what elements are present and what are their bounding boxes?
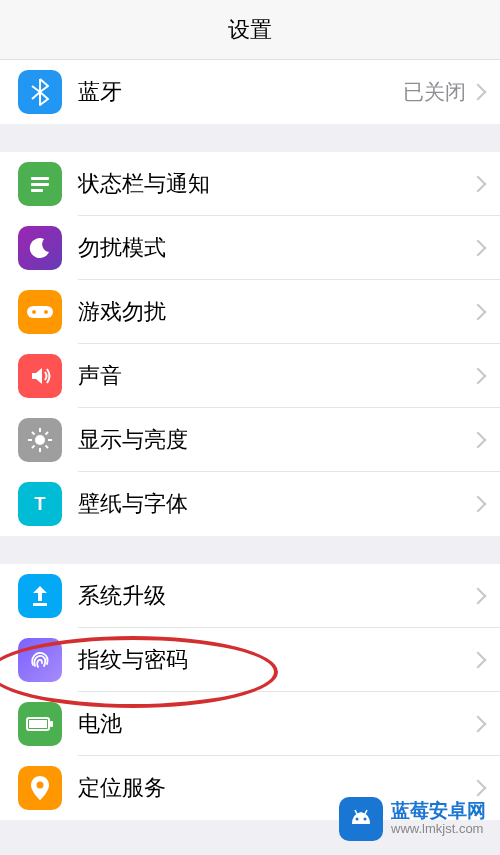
chevron-right-icon: [470, 588, 487, 605]
watermark-url: www.lmkjst.com: [391, 822, 486, 836]
row-label: 蓝牙: [78, 77, 403, 107]
section-connectivity: 蓝牙 已关闭: [0, 60, 500, 124]
chevron-right-icon: [470, 496, 487, 513]
svg-line-14: [46, 432, 49, 435]
row-label: 显示与亮度: [78, 425, 472, 455]
svg-point-5: [44, 310, 48, 314]
brightness-icon: [18, 418, 62, 462]
svg-point-22: [364, 818, 367, 821]
row-label: 电池: [78, 709, 472, 739]
settings-header: 设置: [0, 0, 500, 60]
svg-rect-19: [50, 721, 53, 727]
row-game-dnd[interactable]: 游戏勿扰: [0, 280, 500, 344]
battery-icon: [18, 702, 62, 746]
svg-rect-3: [27, 306, 53, 318]
chevron-right-icon: [470, 176, 487, 193]
section-display-sound: 状态栏与通知 勿扰模式 游戏勿扰 声音 显示与亮度 T 壁纸与字体: [0, 152, 500, 536]
bluetooth-icon: [18, 70, 62, 114]
row-label: 壁纸与字体: [78, 489, 472, 519]
row-label: 系统升级: [78, 581, 472, 611]
statusbar-icon: [18, 162, 62, 206]
svg-rect-1: [31, 183, 49, 186]
chevron-right-icon: [470, 304, 487, 321]
gamepad-icon: [18, 290, 62, 334]
row-sound[interactable]: 声音: [0, 344, 500, 408]
row-value: 已关闭: [403, 78, 466, 106]
svg-point-6: [35, 435, 45, 445]
svg-point-21: [356, 818, 359, 821]
moon-icon: [18, 226, 62, 270]
row-status-notification[interactable]: 状态栏与通知: [0, 152, 500, 216]
svg-rect-16: [33, 603, 47, 606]
row-label: 状态栏与通知: [78, 169, 472, 199]
watermark: 蓝莓安卓网 www.lmkjst.com: [339, 797, 486, 841]
svg-line-23: [355, 810, 357, 814]
row-battery[interactable]: 电池: [0, 692, 500, 756]
chevron-right-icon: [470, 652, 487, 669]
chevron-right-icon: [470, 368, 487, 385]
watermark-title: 蓝莓安卓网: [391, 801, 486, 822]
row-bluetooth[interactable]: 蓝牙 已关闭: [0, 60, 500, 124]
speaker-icon: [18, 354, 62, 398]
row-fingerprint-password[interactable]: 指纹与密码: [0, 628, 500, 692]
svg-rect-18: [29, 720, 47, 728]
row-label: 指纹与密码: [78, 645, 472, 675]
location-icon: [18, 766, 62, 810]
svg-line-13: [32, 446, 35, 449]
chevron-right-icon: [470, 716, 487, 733]
svg-rect-0: [31, 177, 49, 180]
row-label: 声音: [78, 361, 472, 391]
watermark-text: 蓝莓安卓网 www.lmkjst.com: [391, 801, 486, 836]
row-wallpaper-font[interactable]: T 壁纸与字体: [0, 472, 500, 536]
row-do-not-disturb[interactable]: 勿扰模式: [0, 216, 500, 280]
svg-line-11: [32, 432, 35, 435]
chevron-right-icon: [470, 432, 487, 449]
watermark-logo-icon: [339, 797, 383, 841]
row-label: 游戏勿扰: [78, 297, 472, 327]
svg-rect-2: [31, 189, 43, 192]
svg-line-24: [365, 810, 367, 814]
chevron-right-icon: [470, 240, 487, 257]
update-icon: [18, 574, 62, 618]
row-label: 勿扰模式: [78, 233, 472, 263]
svg-line-12: [46, 446, 49, 449]
svg-text:T: T: [35, 494, 46, 514]
page-title: 设置: [228, 15, 272, 45]
row-display-brightness[interactable]: 显示与亮度: [0, 408, 500, 472]
row-system-update[interactable]: 系统升级: [0, 564, 500, 628]
chevron-right-icon: [470, 84, 487, 101]
fingerprint-icon: [18, 638, 62, 682]
svg-point-4: [32, 310, 36, 314]
section-system: 系统升级 指纹与密码 电池 定位服务: [0, 564, 500, 820]
font-icon: T: [18, 482, 62, 526]
svg-point-20: [37, 782, 44, 789]
chevron-right-icon: [470, 780, 487, 797]
